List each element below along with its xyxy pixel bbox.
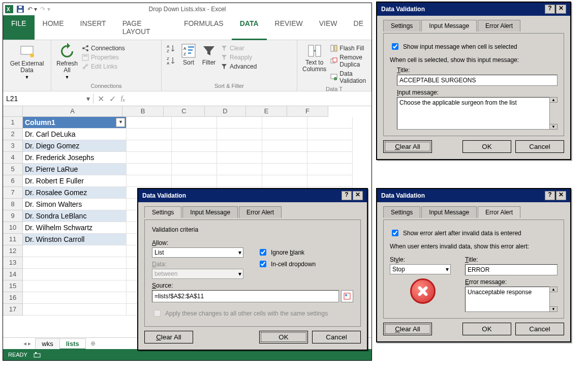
cell[interactable] <box>127 152 172 164</box>
cancel-button[interactable]: Cancel <box>312 331 361 343</box>
table-filter-button[interactable]: ▾ <box>116 118 125 127</box>
cell[interactable] <box>217 175 262 187</box>
col-header-D[interactable]: D <box>205 106 246 117</box>
cell[interactable]: Dr. Pierre LaRue <box>23 164 127 175</box>
get-external-data-button[interactable]: Get External Data ▼ <box>9 42 45 81</box>
col-header-E[interactable]: E <box>246 106 287 117</box>
cell[interactable] <box>23 269 127 280</box>
cell[interactable] <box>217 117 262 129</box>
dialog-tab-settings[interactable]: Settings <box>383 206 420 218</box>
cell[interactable] <box>307 117 353 129</box>
tab-page-layout[interactable]: PAGE LAYOUT <box>114 15 176 40</box>
col-header-B[interactable]: B <box>122 106 164 117</box>
sort-button[interactable]: AZ Sort <box>180 42 197 67</box>
name-box[interactable]: L21▾ <box>3 93 94 104</box>
row-header[interactable]: 17 <box>3 304 23 316</box>
cell[interactable] <box>172 140 217 152</box>
row-header[interactable]: 6 <box>3 175 23 187</box>
row-header[interactable]: 12 <box>3 245 23 257</box>
cell[interactable] <box>172 175 217 187</box>
col-header-C[interactable]: C <box>164 106 205 117</box>
cell[interactable] <box>127 129 172 140</box>
remove-duplicates-button[interactable]: Remove Duplica <box>330 53 367 69</box>
cell[interactable] <box>127 164 172 175</box>
cell[interactable] <box>307 164 353 175</box>
ok-button[interactable]: OK <box>259 331 308 343</box>
select-all-corner[interactable] <box>3 106 23 117</box>
close-button[interactable]: ✕ <box>556 5 566 14</box>
error-message-field[interactable]: Unacceptable response <box>465 287 550 312</box>
row-header[interactable]: 3 <box>3 140 23 152</box>
cell[interactable] <box>127 175 172 187</box>
filter-button[interactable]: Filter <box>200 42 218 67</box>
row-header[interactable]: 2 <box>3 129 23 140</box>
sheet-tab-wks[interactable]: wks <box>35 338 59 349</box>
connections-button[interactable]: Connections <box>82 44 125 52</box>
show-input-message-checkbox[interactable]: Show input message when cell is selected <box>390 42 558 51</box>
tab-formulas[interactable]: FORMULAS <box>176 15 232 40</box>
range-selector-button[interactable] <box>341 290 353 302</box>
cell[interactable]: Dr. Carl DeLuka <box>23 129 127 140</box>
cell[interactable]: Dr. Winston Carroll <box>23 234 127 245</box>
cell[interactable] <box>307 129 353 140</box>
cell[interactable] <box>217 140 262 152</box>
sheet-nav-icon[interactable]: ◂ ▸ <box>23 340 31 347</box>
cell[interactable] <box>172 129 217 140</box>
clear-all-button[interactable]: Clear All <box>144 331 193 343</box>
error-title-field[interactable] <box>465 264 558 275</box>
cancel-button[interactable]: Cancel <box>515 140 564 153</box>
fx-icon[interactable]: fx <box>121 95 125 103</box>
close-button[interactable]: ✕ <box>353 191 363 200</box>
row-header[interactable]: 11 <box>3 234 23 245</box>
dialog-tab-input-message[interactable]: Input Message <box>421 206 477 218</box>
clear-all-button[interactable]: Clear All <box>383 140 432 153</box>
row-header[interactable]: 15 <box>3 280 23 292</box>
style-select[interactable]: Stop <box>390 264 451 274</box>
source-input[interactable] <box>152 290 339 302</box>
row-header[interactable]: 16 <box>3 292 23 304</box>
cell[interactable] <box>217 152 262 164</box>
tab-file[interactable]: FILE <box>3 15 35 40</box>
ok-button[interactable]: OK <box>462 323 511 335</box>
in-cell-dropdown-checkbox[interactable]: In-cell dropdown <box>258 259 353 269</box>
row-header[interactable]: 13 <box>3 257 23 269</box>
cell[interactable] <box>262 117 307 129</box>
row-header[interactable]: 5 <box>3 164 23 175</box>
cell[interactable] <box>217 129 262 140</box>
new-sheet-button[interactable]: ⊕ <box>85 339 101 348</box>
cell[interactable] <box>172 117 217 129</box>
row-header[interactable]: 10 <box>3 222 23 234</box>
sheet-tab-lists[interactable]: lists <box>59 338 86 350</box>
close-button[interactable]: ✕ <box>556 191 566 200</box>
cell[interactable] <box>262 164 307 175</box>
tab-home[interactable]: HOME <box>35 15 72 40</box>
cell[interactable] <box>262 140 307 152</box>
dialog-tab-settings[interactable]: Settings <box>144 206 181 218</box>
redo-icon[interactable]: ↷ ▾ <box>40 6 50 13</box>
tab-developer[interactable]: DE <box>346 15 372 40</box>
apply-changes-checkbox[interactable]: Apply these changes to all other cells w… <box>152 308 353 318</box>
col-header-A[interactable]: A <box>23 106 122 117</box>
tab-data[interactable]: DATA <box>232 15 267 40</box>
row-header[interactable]: 9 <box>3 210 23 222</box>
cell[interactable] <box>172 152 217 164</box>
col-header-F[interactable]: F <box>287 106 328 117</box>
cell[interactable]: Dr. Frederick Josephs <box>23 152 127 164</box>
cell[interactable]: Dr. Simon Walters <box>23 199 127 210</box>
scroll-down-button[interactable]: ▼ <box>549 306 558 312</box>
macro-recording-icon[interactable] <box>34 351 41 358</box>
scroll-down-button[interactable]: ▼ <box>549 124 558 130</box>
sort-asc-icon[interactable]: AZ <box>166 43 177 54</box>
edit-links-button[interactable]: Edit Links <box>82 62 125 71</box>
tab-review[interactable]: REVIEW <box>267 15 311 40</box>
help-button[interactable]: ? <box>545 5 555 14</box>
cell[interactable] <box>307 175 353 187</box>
cell[interactable] <box>127 117 172 129</box>
cell[interactable] <box>127 140 172 152</box>
dialog-tab-input-message[interactable]: Input Message <box>421 20 477 32</box>
enter-entry-icon[interactable]: ✓ <box>109 94 116 104</box>
cell[interactable] <box>23 292 127 304</box>
dialog-tab-settings[interactable]: Settings <box>383 20 420 32</box>
data-validation-button[interactable]: Data Validation <box>330 70 367 85</box>
cell[interactable] <box>23 304 127 316</box>
